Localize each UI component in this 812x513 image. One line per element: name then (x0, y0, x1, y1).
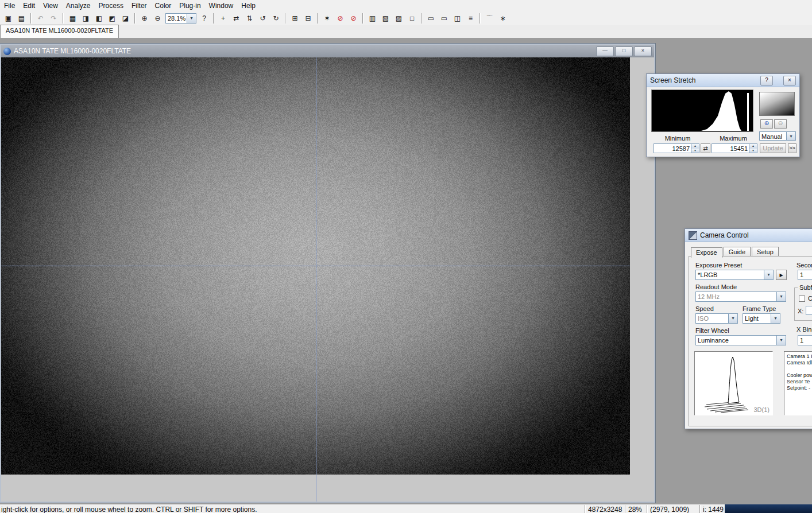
swap-minmax-icon[interactable]: ⇄ (701, 143, 710, 153)
minimize-icon[interactable]: — (596, 46, 614, 56)
menu-item-process[interactable]: Process (95, 0, 127, 11)
spin-up-icon[interactable]: ▴ (749, 144, 757, 149)
asterisk-settings-icon[interactable]: ∗ (497, 13, 509, 25)
spin-up-icon[interactable]: ▴ (691, 144, 699, 149)
menu-item-help[interactable]: Help (237, 0, 260, 11)
subframe-label: Subf (798, 284, 812, 291)
help-icon[interactable]: ? (760, 76, 773, 86)
screen-stretch-titlebar[interactable]: Screen Stretch ? × (647, 74, 799, 87)
menu-item-edit[interactable]: Edit (19, 0, 39, 11)
frame-type-combo[interactable]: Light ▾ (743, 313, 780, 324)
save-icon[interactable]: ▤ (16, 13, 28, 25)
zoom-out-icon[interactable]: ⊖ (152, 13, 164, 25)
chevron-down-icon[interactable]: ▾ (776, 336, 786, 345)
document-tab[interactable]: ASA10N TATE ML16000-0020FLTATE (0, 25, 119, 38)
spin-down-icon[interactable]: ▾ (691, 149, 699, 153)
flip-horizontal-icon[interactable]: ⇄ (230, 13, 242, 25)
restore-icon[interactable]: □ (615, 46, 633, 56)
stretch-mode-combo[interactable]: Manual ▾ (759, 131, 796, 141)
camera-status-line: Camera 1 I (787, 353, 812, 360)
menu-item-analyze[interactable]: Analyze (62, 0, 95, 11)
screen-stretch-window[interactable]: Screen Stretch ? × ⊕ ⊖ Manual ▾ Minimum (646, 73, 800, 157)
statusbar-coordinates: (2979, 1009) (647, 505, 699, 513)
chevron-down-icon[interactable]: ▾ (776, 292, 786, 301)
night-vision-icon[interactable]: ◩ (106, 13, 118, 25)
photometry-icon[interactable]: ✶ (321, 13, 333, 25)
readout-mode-combo[interactable]: 12 MHz ▾ (695, 292, 786, 302)
image-tile-icon[interactable]: ▭ (425, 13, 437, 25)
frame-type-label: Frame Type (743, 305, 776, 312)
camera-control-titlebar[interactable]: Camera Control (685, 229, 812, 242)
filter-wheel-combo[interactable]: Luminance ▾ (695, 335, 786, 345)
new-window-icon[interactable]: ⊟ (302, 13, 314, 25)
calibration-off-icon[interactable]: ⊘ (334, 13, 346, 25)
speed-combo[interactable]: ISO ▾ (695, 313, 738, 324)
magnify-window-icon[interactable]: ◧ (93, 13, 105, 25)
information-window-icon[interactable]: ◨ (80, 13, 92, 25)
line-profile-icon[interactable]: ⌒ (484, 13, 496, 25)
update-button[interactable]: Update (760, 143, 786, 153)
flip-vertical-icon[interactable]: ⇅ (243, 13, 256, 25)
chevron-down-icon[interactable]: ▾ (771, 314, 780, 323)
undo-icon[interactable]: ↶ (34, 13, 47, 25)
menu-item-file[interactable]: File (0, 0, 19, 11)
image-window-client[interactable] (1, 57, 654, 502)
maximum-spinner[interactable]: 15451 ▴ ▾ (712, 143, 757, 153)
redo-icon[interactable]: ↷ (48, 13, 60, 25)
stretch-mode-value: Manual (760, 132, 786, 140)
seconds-field[interactable]: 1 (798, 270, 812, 280)
command-sequence-icon[interactable]: ◪ (119, 13, 132, 25)
duplicate-icon[interactable]: ⊞ (289, 13, 301, 25)
screen-stretch-icon[interactable]: ▦ (67, 13, 79, 25)
readout-mode-label: Readout Mode (695, 283, 737, 290)
histogram-shape (652, 90, 753, 131)
collapse-icon[interactable]: ≡ (465, 13, 477, 25)
batch-files-icon[interactable]: ▧ (380, 13, 392, 25)
subframe-checkbox[interactable] (799, 296, 805, 302)
zoom-in-icon[interactable]: ⊕ (138, 13, 150, 25)
caption-buttons: — □ × (596, 46, 652, 56)
expand-button[interactable]: >> (788, 143, 796, 153)
image-window[interactable]: ASA10N TATE ML16000-0020FLTATE — □ × (0, 44, 655, 503)
tab-setup[interactable]: Setup (752, 247, 779, 256)
graph-window-icon[interactable]: ▥ (366, 13, 378, 25)
chevron-down-icon[interactable]: ▾ (187, 14, 196, 23)
chevron-down-icon[interactable]: ▾ (728, 314, 737, 323)
image-window-titlebar[interactable]: ASA10N TATE ML16000-0020FLTATE — □ × (1, 45, 654, 57)
spin-down-icon[interactable]: ▾ (749, 149, 757, 153)
subframe-icon[interactable]: □ (406, 13, 418, 25)
close-icon[interactable]: × (783, 76, 796, 86)
preset-play-icon[interactable]: ▶ (776, 270, 787, 280)
x-field[interactable] (806, 306, 812, 315)
menu-item-window[interactable]: Window (205, 0, 238, 11)
exposure-3d-graph[interactable]: 3D(1) (694, 351, 773, 415)
exposure-preset-combo[interactable]: *LRGB ▾ (695, 270, 774, 280)
mask-icon[interactable]: ◫ (451, 13, 463, 25)
image-tile2-icon[interactable]: ▭ (438, 13, 450, 25)
speed-value: ISO (696, 314, 728, 323)
stack-icon[interactable]: ▨ (393, 13, 405, 25)
open-icon[interactable]: ▣ (2, 13, 14, 25)
rotate-left-icon[interactable]: ↺ (257, 13, 269, 25)
document-icon (3, 48, 11, 55)
camera-control-window[interactable]: Camera Control ExposeGuideSetup Exposure… (685, 228, 812, 429)
menu-item-plugin[interactable]: Plug-in (175, 0, 204, 11)
tab-guide[interactable]: Guide (724, 247, 751, 256)
color-off-icon[interactable]: ⊘ (347, 13, 359, 25)
close-icon[interactable]: × (634, 46, 652, 56)
toggle-crosshairs-icon[interactable]: + (217, 13, 229, 25)
histogram-zoom-in-icon[interactable]: ⊕ (760, 119, 773, 129)
x-binning-field[interactable]: 1 (798, 335, 812, 345)
menu-item-view[interactable]: View (39, 0, 62, 11)
tab-expose[interactable]: Expose (691, 247, 722, 258)
chevron-down-icon[interactable]: ▾ (764, 270, 773, 279)
histogram-zoom-out-icon[interactable]: ⊖ (774, 119, 787, 129)
minimum-spinner[interactable]: 12587 ▴ ▾ (654, 143, 699, 153)
context-help-icon[interactable]: ? (198, 13, 210, 25)
rotate-right-icon[interactable]: ↻ (270, 13, 282, 25)
chevron-down-icon[interactable]: ▾ (786, 132, 795, 140)
zoom-level-combo[interactable]: 28.1%▾ (165, 13, 196, 24)
histogram-panel[interactable] (651, 90, 753, 132)
menu-item-color[interactable]: Color (151, 0, 176, 11)
menu-item-filter[interactable]: Filter (127, 0, 151, 11)
